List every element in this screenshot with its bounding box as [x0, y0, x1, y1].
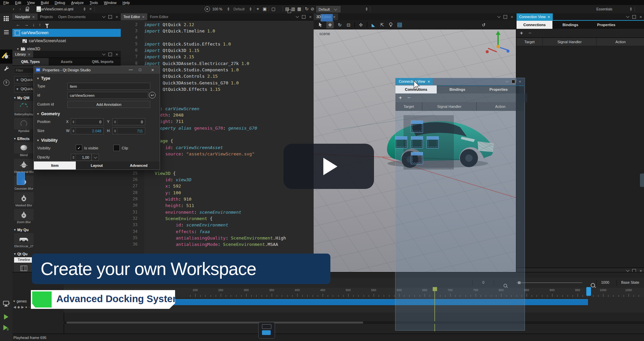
remove-connection-icon[interactable]: − [528, 30, 531, 36]
nav-forward-icon[interactable]: › [19, 7, 21, 11]
tab-connections[interactable]: Connections [517, 21, 552, 29]
reset-icon[interactable]: ↩ [149, 92, 156, 98]
expander-icon[interactable]: ▾ [13, 299, 15, 303]
float-panel-icon[interactable] [108, 53, 112, 56]
position-y-spinbox[interactable]: 0 [112, 118, 145, 125]
zoom-stepper-icon[interactable] [227, 7, 229, 11]
fit-view-icon[interactable]: ✣ [358, 22, 364, 27]
close-icon[interactable]: × [151, 67, 154, 73]
tab-text-editor[interactable]: Text Editor× [121, 13, 147, 20]
debug-mode-button[interactable] [0, 53, 12, 59]
tab-qml-imports[interactable]: QML Imports [85, 58, 121, 65]
column-signal-handler[interactable]: Signal Handler [422, 102, 477, 111]
kit-select[interactable]: Essentials [596, 7, 612, 11]
chevron-down-icon[interactable] [102, 52, 106, 56]
column-action[interactable]: Action [597, 38, 644, 46]
code-line[interactable]: 34 effects: fxaa [121, 228, 312, 235]
debug-run-button[interactable] [0, 325, 12, 331]
close-panel-icon[interactable]: × [309, 15, 312, 19]
move-up-icon[interactable]: ↑ [39, 22, 41, 27]
chevron-down-icon[interactable] [626, 269, 630, 272]
float-panel-icon[interactable] [632, 15, 636, 19]
column-target[interactable]: Target [395, 102, 422, 111]
help-button[interactable]: ? [0, 80, 12, 86]
tree-item-carviewscreenasset[interactable]: carViewScreenAsset [12, 37, 121, 45]
edit-mode-button[interactable] [0, 29, 12, 31]
add-connection-icon[interactable]: + [399, 95, 402, 101]
code-line[interactable]: 29 width: 910 [121, 196, 312, 202]
nav-back-icon[interactable]: ‹ [13, 7, 14, 11]
move-tool-icon[interactable]: ✥ [326, 21, 334, 28]
move-down-icon[interactable]: ↓ [33, 22, 35, 27]
menu-item-edit[interactable]: Edit [15, 1, 21, 5]
chevron-down-icon[interactable] [505, 79, 509, 83]
timeline-scrollbar[interactable] [64, 321, 644, 324]
id-field[interactable]: carViewScreen [67, 92, 148, 99]
properties-dialog[interactable]: DS Properties - Qt Design Studio — □ × ▾… [34, 66, 160, 170]
keyframe-icon[interactable]: ◆ [17, 305, 20, 309]
opacity-spinbox[interactable]: 1,00 [71, 154, 92, 161]
library-section-header[interactable]: ▾My Qu [14, 228, 121, 232]
tools-button[interactable] [0, 66, 12, 72]
end-frame-marker[interactable] [586, 287, 591, 296]
float-panel-icon[interactable] [512, 80, 515, 83]
tab-form-editor[interactable]: Form Editor [147, 13, 171, 20]
code-line[interactable]: 33 id: sceneEnvironment [121, 222, 312, 228]
view-gizmo[interactable] [486, 31, 511, 59]
float-panel-icon[interactable] [108, 15, 112, 19]
code-line[interactable]: 4 [121, 35, 312, 41]
float-panel-icon[interactable] [302, 15, 306, 19]
timeline-zoom-slider[interactable] [517, 282, 582, 283]
file-stepper-icon[interactable] [84, 7, 86, 11]
dock-zone-right[interactable] [427, 136, 439, 148]
code-line[interactable]: 7import QtQuick 2.15 [121, 54, 312, 60]
menu-item-analyze[interactable]: Analyze [71, 1, 84, 5]
move-tool-icon[interactable]: ⌖ [257, 7, 259, 11]
dock-zone-left[interactable] [395, 136, 407, 148]
record-icon[interactable]: ● [25, 305, 27, 309]
form-factor-select[interactable]: Default [233, 7, 245, 11]
camera-icon[interactable]: ◣ [371, 22, 376, 27]
zoom-level[interactable]: 100 % [212, 7, 222, 11]
scrollbar-handle[interactable] [66, 322, 363, 324]
close-panel-icon[interactable]: × [115, 15, 118, 19]
lock-icon[interactable] [25, 9, 29, 11]
tab-library[interactable]: Library× [12, 51, 33, 58]
menu-item-tools[interactable]: Tools [90, 1, 98, 5]
library-item[interactable]: Rpmdial [14, 118, 34, 133]
opacity-dropdown-icon[interactable] [92, 154, 99, 161]
size-h-spinbox[interactable]: 711 [112, 127, 145, 134]
position-x-spinbox[interactable]: 0 [71, 118, 104, 125]
tab-layout[interactable]: Layout [76, 161, 118, 169]
chevron-down-icon[interactable] [626, 15, 630, 18]
code-line[interactable]: 3import QtQuick.Timeline 1.0 [121, 28, 312, 34]
select-tool-icon[interactable] [318, 22, 323, 27]
tab-bindings[interactable]: Bindings [552, 21, 588, 29]
rotate-tool-icon[interactable]: ↻ [337, 22, 342, 27]
column-signal-handler[interactable]: Signal Handler [543, 38, 597, 46]
column-action[interactable]: Action [477, 102, 524, 111]
dock-zone-center[interactable] [411, 136, 423, 148]
panel-edge-handle[interactable] [640, 174, 644, 187]
run-icon[interactable] [205, 6, 210, 12]
code-line[interactable]: 31 environment: sceneEnvironment [121, 209, 312, 215]
code-line[interactable]: 6import QtQuick3D 1.15 [121, 47, 312, 54]
tab-properties[interactable]: Properties [588, 21, 624, 29]
scale-tool-icon[interactable]: ⊡ [346, 22, 351, 27]
grid-toggle-icon[interactable] [397, 22, 402, 27]
code-line[interactable]: 2import QtQuick 2.12 [121, 21, 312, 28]
maximize-icon[interactable]: □ [139, 67, 141, 72]
move-right-icon[interactable]: → [24, 22, 29, 27]
timeline-section-row[interactable]: ▾ genes [13, 299, 27, 303]
prev-keyframe-icon[interactable]: ◀ [13, 305, 16, 309]
close-icon[interactable]: × [32, 15, 35, 19]
rotate-icon[interactable]: ↻ [305, 7, 309, 11]
float-panel-icon[interactable] [503, 15, 507, 19]
tab-bindings[interactable]: Bindings [437, 85, 478, 93]
kit-stepper-icon[interactable] [630, 7, 632, 11]
light-icon[interactable] [388, 22, 393, 27]
type-field[interactable]: Item [67, 83, 150, 90]
clip-checkbox[interactable] [113, 145, 120, 151]
column-target[interactable]: Target [517, 38, 543, 46]
close-icon[interactable]: × [142, 15, 145, 19]
